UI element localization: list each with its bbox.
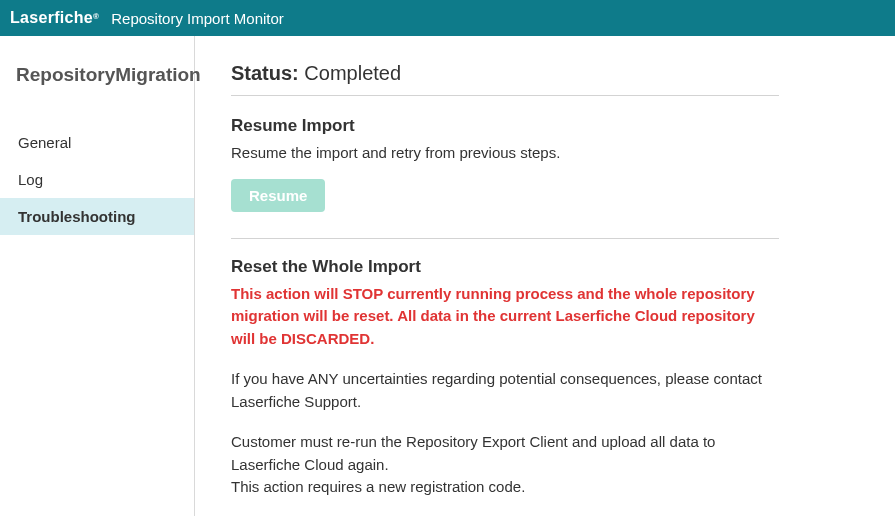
sidebar-item-label: Log (18, 171, 43, 188)
brand-logo: Laserfiche® (10, 9, 99, 27)
reset-para1: If you have ANY uncertainties regarding … (231, 368, 779, 413)
app-title: Repository Import Monitor (111, 10, 284, 27)
reset-section-title: Reset the Whole Import (231, 257, 779, 277)
sidebar-item-label: General (18, 134, 71, 151)
reset-para2-line1: Customer must re-run the Repository Expo… (231, 431, 779, 476)
reset-warning: This action will STOP currently running … (231, 283, 779, 351)
reset-para2-line2: This action requires a new registration … (231, 476, 779, 499)
reset-para2: Customer must re-run the Repository Expo… (231, 431, 779, 499)
app-header: Laserfiche® Repository Import Monitor (0, 0, 895, 36)
sidebar-item-general[interactable]: General (0, 124, 194, 161)
sidebar-item-troubleshooting[interactable]: Troubleshooting (0, 198, 194, 235)
status-value: Completed (304, 62, 401, 84)
main-content: Status: Completed Resume Import Resume t… (195, 36, 815, 516)
resume-button[interactable]: Resume (231, 179, 325, 212)
sidebar: RepositoryMigration General Log Troubles… (0, 36, 195, 516)
sidebar-title: RepositoryMigration (0, 58, 194, 124)
resume-section-desc: Resume the import and retry from previou… (231, 142, 779, 165)
status-label: Status: (231, 62, 299, 84)
sidebar-item-log[interactable]: Log (0, 161, 194, 198)
resume-section-title: Resume Import (231, 116, 779, 136)
status-row: Status: Completed (231, 62, 779, 96)
section-divider (231, 238, 779, 239)
sidebar-item-label: Troubleshooting (18, 208, 136, 225)
